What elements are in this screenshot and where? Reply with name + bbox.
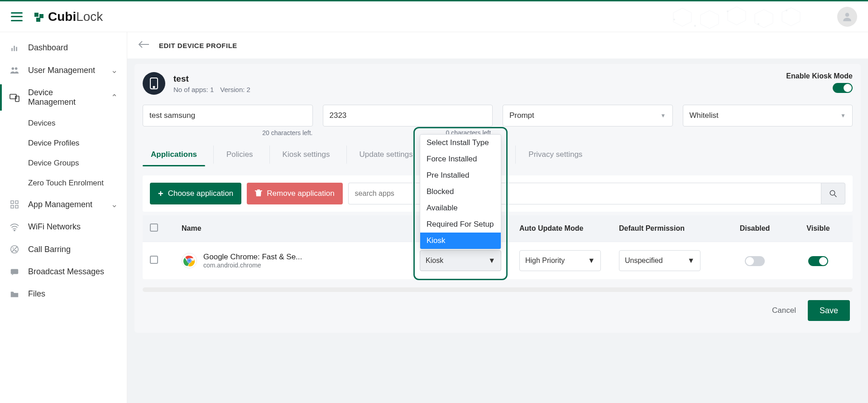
sidebar-sub-devices[interactable]: Devices [0, 113, 127, 133]
permission-value: Unspecified [625, 257, 663, 265]
save-button[interactable]: Save [808, 300, 850, 321]
search-icon [829, 189, 837, 198]
svg-point-12 [786, 10, 787, 11]
install-type-dropdown[interactable]: Select Install Type Force Installed Pre … [420, 134, 501, 249]
sidebar-label: Files [28, 289, 45, 299]
svg-marker-4 [700, 10, 719, 29]
svg-point-13 [845, 13, 849, 17]
profile-name: test [173, 74, 250, 84]
row-checkbox[interactable] [150, 256, 158, 264]
wifi-icon [9, 223, 20, 231]
dropdown-option[interactable]: Blocked [420, 184, 501, 200]
col-permission: Default Permission [619, 224, 719, 233]
dropdown-option[interactable]: Required For Setup [420, 216, 501, 233]
footer-actions: Cancel Save [143, 292, 853, 321]
chrome-icon [182, 253, 197, 268]
mode-select[interactable]: Prompt ▼ [503, 105, 673, 126]
sidebar-label: WiFi Networks [28, 222, 81, 232]
disabled-toggle[interactable] [745, 256, 765, 266]
tab-kiosk-settings[interactable]: Kiosk settings [269, 146, 338, 164]
filter-select[interactable]: Whitelist ▼ [683, 105, 853, 126]
sidebar-label: Dashboard [28, 43, 68, 53]
folder-icon [9, 290, 20, 298]
select-all-checkbox[interactable] [150, 223, 158, 232]
sidebar-sub-device-profiles[interactable]: Device Profiles [0, 133, 127, 153]
app-package: com.android.chrome [203, 262, 302, 269]
back-arrow-icon[interactable] [138, 40, 150, 50]
call-barring-icon [9, 244, 20, 254]
dropdown-option[interactable]: Select Install Type [420, 135, 501, 151]
sidebar-item-call-barring[interactable]: Call Barring [0, 238, 127, 261]
message-icon [9, 267, 20, 277]
svg-rect-1 [39, 14, 43, 18]
chevron-down-icon: ⌄ [111, 65, 118, 75]
install-type-value: Kiosk [426, 257, 443, 265]
col-disabled: Disabled [719, 224, 791, 233]
profile-name-input[interactable] [143, 105, 313, 126]
trash-icon [255, 189, 262, 199]
svg-rect-21 [11, 201, 14, 204]
profile-device-icon [143, 72, 165, 95]
visible-toggle[interactable] [808, 256, 828, 266]
sidebar-item-app-management[interactable]: App Management ⌄ [0, 193, 127, 216]
svg-rect-16 [16, 47, 17, 51]
col-visible: Visible [791, 224, 845, 233]
mode-value: Prompt [509, 111, 534, 120]
svg-point-9 [694, 25, 696, 27]
sidebar-item-dashboard[interactable]: Dashboard [0, 37, 127, 59]
svg-point-25 [14, 230, 15, 231]
install-type-select[interactable]: Kiosk ▼ [420, 250, 501, 271]
sidebar-item-broadcast[interactable]: Broadcast Messages [0, 261, 127, 283]
menu-toggle-icon[interactable] [11, 12, 23, 21]
sidebar-sub-zero-touch[interactable]: Zero Touch Enrolment [0, 173, 127, 193]
auto-update-value: High Priority [525, 257, 565, 265]
page-title: EDIT DEVICE PROFILE [159, 42, 237, 49]
decorative-hex [669, 6, 814, 30]
filter-value: Whitelist [690, 111, 719, 120]
brand-logo[interactable]: CubiLock [34, 10, 103, 24]
plus-icon: + [158, 189, 163, 199]
tab-policies[interactable]: Policies [213, 146, 261, 164]
svg-marker-5 [728, 7, 746, 25]
auto-update-select[interactable]: High Priority ▼ [519, 250, 601, 271]
logo-icon [34, 11, 44, 22]
user-avatar[interactable] [837, 7, 857, 27]
search-button[interactable] [821, 183, 845, 204]
choose-application-button[interactable]: + Choose application [150, 183, 241, 204]
kiosk-mode-toggle[interactable] [833, 83, 853, 93]
sidebar-label: Call Barring [28, 245, 71, 254]
tab-applications[interactable]: Applications [143, 146, 205, 164]
sidebar-item-user-management[interactable]: User Management ⌄ [0, 59, 127, 82]
svg-point-18 [15, 68, 17, 70]
dropdown-option[interactable]: Available [420, 200, 501, 216]
dropdown-option[interactable]: Force Installed [420, 151, 501, 167]
users-icon [9, 66, 20, 75]
svg-point-31 [153, 86, 154, 87]
search-apps-input[interactable] [348, 183, 821, 204]
app-name: Google Chrome: Fast & Se... [203, 252, 302, 262]
chevron-down-icon: ⌄ [111, 199, 118, 209]
svg-rect-23 [11, 205, 14, 208]
sidebar-item-device-management[interactable]: Device Management ⌃ [0, 82, 127, 113]
profile-code-input[interactable] [323, 105, 493, 126]
chevron-up-icon: ⌃ [111, 92, 118, 102]
svg-point-10 [727, 10, 729, 12]
tab-update-settings[interactable]: Update settings [346, 146, 421, 164]
remove-application-button[interactable]: Remove application [247, 183, 342, 204]
horizontal-scrollbar[interactable] [143, 287, 853, 292]
svg-line-33 [834, 195, 837, 197]
dropdown-option-selected[interactable]: Kiosk [420, 233, 501, 249]
sidebar-label: App Management [28, 200, 92, 209]
tab-privacy-settings[interactable]: Privacy settings [515, 146, 590, 164]
sidebar-item-wifi[interactable]: WiFi Networks [0, 216, 127, 238]
dropdown-option[interactable]: Pre Installed [420, 167, 501, 184]
apps-count: No of apps: 1 [173, 86, 214, 93]
svg-rect-2 [36, 18, 40, 22]
sidebar-item-files[interactable]: Files [0, 283, 127, 305]
cancel-button[interactable]: Cancel [772, 306, 796, 315]
sidebar: Dashboard User Management ⌄ Device Manag… [0, 32, 127, 403]
svg-point-8 [673, 19, 675, 20]
sidebar-sub-device-groups[interactable]: Device Groups [0, 153, 127, 173]
permission-select[interactable]: Unspecified ▼ [619, 250, 700, 271]
col-name: Name [182, 224, 420, 233]
